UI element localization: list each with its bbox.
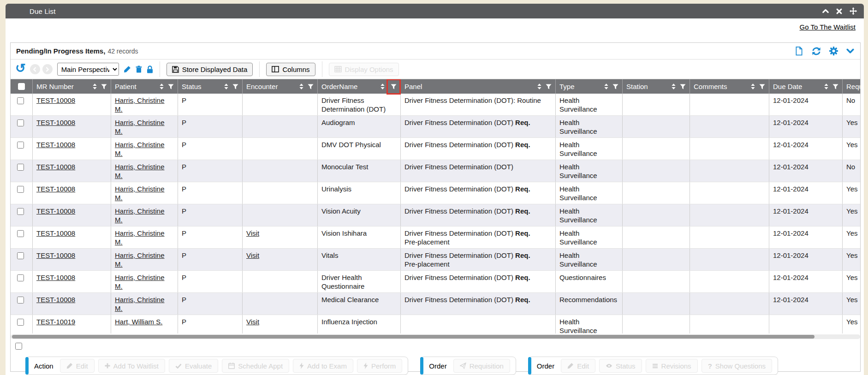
select-all-footer-checkbox[interactable] xyxy=(15,343,22,350)
close-icon[interactable] xyxy=(836,8,843,15)
patient-link[interactable]: Harris, Christine M. xyxy=(115,185,165,202)
cell-due: 12-01-2024 xyxy=(769,293,843,315)
columns-button[interactable]: Columns xyxy=(266,63,315,76)
sort-icon[interactable] xyxy=(824,83,828,89)
schedule-appt-button[interactable]: Schedule Appt xyxy=(222,359,289,373)
requisition-button[interactable]: Requisition xyxy=(453,359,510,373)
refresh-icon[interactable] xyxy=(811,46,821,56)
sort-icon[interactable] xyxy=(93,83,97,89)
mr-number-link[interactable]: TEST-10019 xyxy=(36,318,75,326)
delete-perspective-icon[interactable] xyxy=(136,65,142,73)
mr-number-link[interactable]: TEST-10008 xyxy=(36,251,75,259)
evaluate-button[interactable]: Evaluate xyxy=(169,359,218,373)
mr-number-link[interactable]: TEST-10008 xyxy=(36,96,75,104)
row-checkbox[interactable] xyxy=(17,164,24,171)
filter-icon[interactable] xyxy=(232,84,238,89)
new-document-icon[interactable] xyxy=(794,46,804,56)
mr-number-link[interactable]: TEST-10008 xyxy=(36,296,75,304)
go-to-waitlist-link[interactable]: Go To The Waitlist xyxy=(800,23,856,31)
mr-number-link[interactable]: TEST-10008 xyxy=(36,141,75,149)
mr-number-link[interactable]: TEST-10008 xyxy=(36,274,75,281)
table-header-row: MR NumberPatientStatusEncounterOrderName… xyxy=(11,79,860,94)
cell-panel xyxy=(401,315,556,333)
patient-link[interactable]: Harris, Christine M. xyxy=(115,119,165,135)
sort-icon[interactable] xyxy=(604,83,608,89)
sort-icon[interactable] xyxy=(299,83,303,89)
scrollbar-thumb[interactable] xyxy=(12,335,814,339)
store-displayed-data-button[interactable]: Store Displayed Data xyxy=(166,63,253,76)
sort-icon[interactable] xyxy=(160,83,164,89)
sort-icon[interactable] xyxy=(537,83,541,89)
filter-icon[interactable] xyxy=(832,84,838,89)
patient-link[interactable]: Hart, William S. xyxy=(115,318,162,326)
patient-link[interactable]: Harris, Christine M. xyxy=(115,229,165,246)
filter-icon[interactable] xyxy=(612,84,618,89)
sort-icon[interactable] xyxy=(380,83,385,89)
perspective-select[interactable]: Main Perspective xyxy=(57,63,119,76)
patient-link[interactable]: Harris, Christine M. xyxy=(115,274,165,290)
visit-link[interactable]: Visit xyxy=(246,229,259,237)
filter-icon[interactable] xyxy=(680,84,686,89)
collapse-icon[interactable] xyxy=(822,7,829,15)
patient-link[interactable]: Harris, Christine M. xyxy=(115,251,165,268)
row-checkbox[interactable] xyxy=(17,208,24,215)
filter-icon[interactable] xyxy=(546,84,552,89)
row-checkbox[interactable] xyxy=(17,97,24,104)
cell-order: Monocular Test xyxy=(318,160,401,182)
cell-req: Yes xyxy=(843,315,860,333)
visit-link[interactable]: Visit xyxy=(246,318,259,326)
row-checkbox[interactable] xyxy=(17,252,24,259)
row-checkbox[interactable] xyxy=(17,297,24,304)
edit-button[interactable]: Edit xyxy=(561,359,595,373)
row-checkbox[interactable] xyxy=(17,186,24,193)
mr-number-link[interactable]: TEST-10008 xyxy=(36,119,75,126)
filter-icon[interactable] xyxy=(391,84,397,89)
chevron-down-icon[interactable] xyxy=(846,47,855,55)
prev-perspective-button[interactable] xyxy=(30,64,40,74)
sort-icon[interactable] xyxy=(672,83,676,89)
status-button[interactable]: Status xyxy=(599,359,642,373)
column-header-panel: Panel xyxy=(401,79,556,94)
cell-checkbox xyxy=(11,226,33,248)
display-options-button[interactable]: Display Options xyxy=(329,63,399,76)
mr-number-link[interactable]: TEST-10008 xyxy=(36,163,75,171)
visit-link[interactable]: Visit xyxy=(246,251,259,259)
next-perspective-button[interactable] xyxy=(42,64,53,74)
move-icon[interactable] xyxy=(849,7,857,15)
perform-button[interactable]: Perform xyxy=(357,359,402,373)
row-checkbox[interactable] xyxy=(17,142,24,149)
gear-icon[interactable] xyxy=(829,46,838,56)
horizontal-scrollbar[interactable] xyxy=(11,334,860,339)
sort-icon[interactable] xyxy=(751,83,755,89)
mr-number-link[interactable]: TEST-10008 xyxy=(36,229,75,237)
row-checkbox[interactable] xyxy=(17,230,24,237)
patient-link[interactable]: Harris, Christine M. xyxy=(115,96,165,113)
show-questions-button[interactable]: ?Show Questions xyxy=(702,359,772,373)
add-to-waitlist-button[interactable]: Add To Waitlist xyxy=(98,359,165,373)
cell-mr: TEST-10008 xyxy=(33,182,111,204)
patient-link[interactable]: Harris, Christine M. xyxy=(115,163,165,179)
mr-number-link[interactable]: TEST-10008 xyxy=(36,207,75,215)
patient-link[interactable]: Harris, Christine M. xyxy=(115,207,165,224)
lock-icon[interactable] xyxy=(147,65,153,73)
filter-icon[interactable] xyxy=(168,84,174,89)
edit-perspective-icon[interactable] xyxy=(124,65,131,73)
patient-link[interactable]: Harris, Christine M. xyxy=(115,296,165,312)
edit-button[interactable]: Edit xyxy=(60,359,95,373)
mr-number-link[interactable]: TEST-10008 xyxy=(36,185,75,193)
filter-icon[interactable] xyxy=(308,84,314,89)
add-to-exam-button[interactable]: Add to Exam xyxy=(293,359,353,373)
row-checkbox[interactable] xyxy=(17,119,24,126)
cell-comments xyxy=(690,116,769,137)
revisions-button[interactable]: Revisions xyxy=(646,359,698,373)
sort-icon[interactable] xyxy=(224,83,228,89)
undo-icon[interactable]: ↺ xyxy=(15,63,26,73)
window-title: Due List xyxy=(6,7,56,15)
filter-icon[interactable] xyxy=(759,84,765,89)
select-all-checkbox[interactable] xyxy=(18,83,25,90)
row-checkbox[interactable] xyxy=(17,319,24,326)
row-checkbox[interactable] xyxy=(17,274,24,281)
cell-encounter: Visit xyxy=(243,226,318,248)
filter-icon[interactable] xyxy=(101,84,107,89)
patient-link[interactable]: Harris, Christine M. xyxy=(115,141,165,157)
